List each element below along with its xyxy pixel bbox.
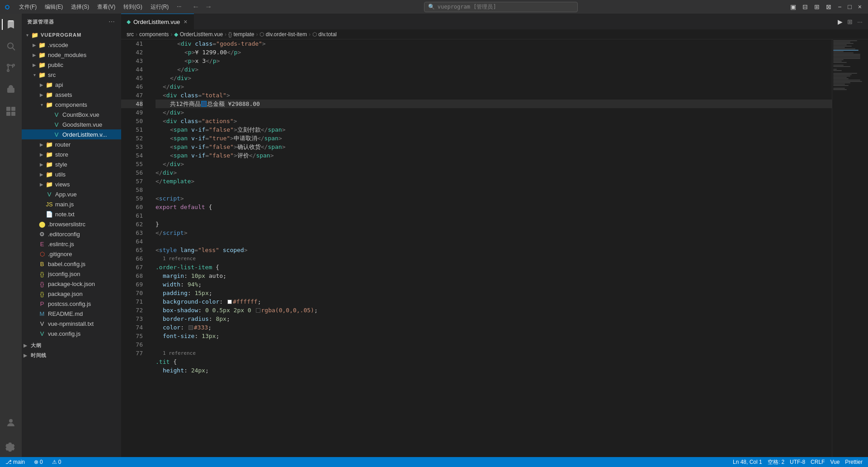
code-line-52: <span v-if="true" > 申请取消 </span> <box>156 134 832 143</box>
sidebar-item-vuenpminstall[interactable]: V vue-npminstall.txt <box>22 319 121 329</box>
win-close-button[interactable]: × <box>855 1 864 12</box>
ref-line-76: 1 reference <box>156 349 832 357</box>
sidebar-item-countbox[interactable]: V CountBox.vue <box>22 110 121 119</box>
sidebar-item-readme[interactable]: M README.md <box>22 309 121 319</box>
activity-account[interactable] <box>2 414 20 432</box>
more-actions-button[interactable]: ··· <box>855 16 864 27</box>
sidebar-item-api[interactable]: ▶ 📁 api <box>22 80 121 90</box>
sidebar-item-babelconfig[interactable]: B babel.config.js <box>22 259 121 269</box>
tab-bar: ◆ OrderListItem.vue × ▶ ⊞ ··· <box>121 14 868 29</box>
sidebar-item-gitignore[interactable]: ⬡ .gitignore <box>22 249 121 259</box>
status-warnings[interactable]: ⚠ 0 <box>50 459 63 465</box>
breadcrumb-order-list-item[interactable]: ⬡ div.order-list-item <box>259 31 307 38</box>
menu-file[interactable]: 文件(F) <box>15 2 40 12</box>
breadcrumb-total[interactable]: ⬡ div.total <box>312 31 337 38</box>
sidebar-item-src[interactable]: ▾ 📁 src <box>22 70 121 80</box>
sidebar-item-eslintrc[interactable]: E .eslintrc.js <box>22 239 121 249</box>
sidebar-item-editorconfig[interactable]: ⚙ .editorconfig <box>22 229 121 239</box>
sidebar-item-node-modules[interactable]: ▶ 📁 node_modules <box>22 50 121 60</box>
status-formatter[interactable]: Prettier <box>843 458 864 466</box>
sidebar-item-browserslistrc[interactable]: ⬤ .browserslistrc <box>22 219 121 229</box>
activity-search[interactable] <box>2 37 20 55</box>
layout-sidebar-button[interactable]: ⊟ <box>800 1 811 12</box>
sidebar-item-vscode[interactable]: ▶ 📁 .vscode <box>22 40 121 50</box>
sidebar-item-views[interactable]: ▶ 📁 views <box>22 179 121 189</box>
sidebar-item-notetxt[interactable]: 📄 note.txt <box>22 209 121 219</box>
breadcrumb-file[interactable]: ◆ OrderListItem.vue <box>174 31 223 38</box>
cursor-box <box>201 101 207 107</box>
nav-back-button[interactable]: ← <box>190 2 201 12</box>
tab-close-button[interactable]: × <box>183 19 188 25</box>
menu-select[interactable]: 选择(S) <box>67 2 93 12</box>
sidebar-item-packagelock[interactable]: {} package-lock.json <box>22 279 121 289</box>
code-editor[interactable]: 41 42 43 44 45 46 47 48 49 50 51 52 53 5… <box>121 39 868 457</box>
activity-explorer[interactable] <box>2 15 20 33</box>
code-content[interactable]: <div class="goods-trade" > <p> ¥ 1299.00… <box>148 39 832 457</box>
win-minimize-button[interactable]: − <box>835 1 844 12</box>
sidebar-item-mainjs[interactable]: JS main.js <box>22 199 121 209</box>
menu-goto[interactable]: 转到(G) <box>120 2 146 12</box>
win-restore-button[interactable]: □ <box>845 1 854 12</box>
code-line-54: <span v-if="false" > 评价 </span> <box>156 151 832 160</box>
code-line-53: <span v-if="false" > 确认收货 </span> <box>156 143 832 151</box>
sidebar-item-vueconfig[interactable]: V vue.config.js <box>22 329 121 338</box>
breadcrumb-src[interactable]: src <box>127 31 134 38</box>
sidebar-item-jsconfigjson[interactable]: {} jsconfig.json <box>22 269 121 279</box>
nav-buttons: ← → <box>190 2 214 12</box>
sidebar-item-orderlistitem[interactable]: V OrderListItem.v... <box>22 129 121 139</box>
sidebar-item-postcssconfig[interactable]: P postcss.config.js <box>22 299 121 309</box>
sidebar-item-goodsitem[interactable]: V GoodsItem.vue <box>22 119 121 129</box>
sidebar-item-components[interactable]: ▾ 📁 components <box>22 100 121 110</box>
code-line-45: </div> <box>156 74 832 82</box>
search-icon: 🔍 <box>428 4 435 10</box>
file-tree: ▾ 📁 VUEPROGRAM ▶ 📁 .vscode ▶ 📁 node_modu… <box>22 30 121 457</box>
activity-extensions[interactable] <box>2 102 20 120</box>
activity-debug[interactable] <box>2 81 20 99</box>
menu-view[interactable]: 查看(V) <box>94 2 119 12</box>
sidebar-item-utils[interactable]: ▶ 📁 utils <box>22 169 121 179</box>
search-input-wrap[interactable]: 🔍 vueprogram [管理员] <box>424 2 578 12</box>
status-language[interactable]: Vue <box>828 458 841 466</box>
status-line-ending[interactable]: CRLF <box>809 458 826 466</box>
menu-run[interactable]: 运行(R) <box>147 2 173 12</box>
editor-tab-orderlistitem[interactable]: ◆ OrderListItem.vue × <box>121 14 194 29</box>
activity-source-control[interactable] <box>2 59 20 77</box>
timeline-section-header[interactable]: ▶ 时间线 <box>22 350 121 360</box>
menu-more[interactable]: ··· <box>173 2 185 12</box>
activity-settings[interactable] <box>2 437 20 455</box>
sidebar-item-packagejson[interactable]: {} package.json <box>22 289 121 299</box>
breadcrumb-total-icon: ⬡ <box>312 31 318 38</box>
color-swatch-dark <box>189 325 193 330</box>
layout-panel-button[interactable]: ⊞ <box>811 1 822 12</box>
sidebar: 资源管理器 ⋯ ▾ 📁 VUEPROGRAM ▶ 📁 .vscode ▶ 📁 <box>22 14 121 457</box>
nav-forward-button[interactable]: → <box>203 2 214 12</box>
code-line-51: <span v-if="false" > 立刻付款 </span> <box>156 125 832 134</box>
run-button[interactable]: ▶ <box>836 16 844 27</box>
code-line-73: color : #333 ; <box>156 323 832 332</box>
sidebar-item-router[interactable]: ▶ 📁 router <box>22 139 121 149</box>
split-editor-button[interactable]: ⊞ <box>845 16 854 27</box>
sidebar-item-style[interactable]: ▶ 📁 style <box>22 159 121 169</box>
status-errors[interactable]: ⊗ 0 <box>32 459 45 465</box>
layout-toggle-button[interactable]: ▣ <box>788 1 799 12</box>
new-file-button[interactable]: ⋯ <box>108 17 116 26</box>
menu-edit[interactable]: 编辑(E) <box>41 2 66 12</box>
sidebar-item-public[interactable]: ▶ 📁 public <box>22 60 121 70</box>
breadcrumb-template[interactable]: {} template <box>228 31 254 38</box>
sidebar-item-assets[interactable]: ▶ 📁 assets <box>22 90 121 100</box>
folder-icon: 📁 <box>31 31 39 39</box>
sidebar-item-appvue[interactable]: V App.vue <box>22 189 121 199</box>
status-encoding[interactable]: UTF-8 <box>788 458 807 466</box>
breadcrumb-components[interactable]: components <box>139 31 169 38</box>
code-line-71: box-shadow : 0 0.5px 2px 0 rgba(0,0,0,.0… <box>156 306 832 315</box>
status-line-col[interactable]: Ln 48, Col 1 <box>731 458 764 466</box>
status-branch[interactable]: ⎇ main <box>4 459 27 465</box>
code-line-58 <box>156 186 832 194</box>
layout-activity-button[interactable]: ⊠ <box>823 1 834 12</box>
tree-project-root[interactable]: ▾ 📁 VUEPROGRAM <box>22 30 121 40</box>
status-spaces[interactable]: 空格: 2 <box>766 458 786 466</box>
sidebar-item-store[interactable]: ▶ 📁 store <box>22 149 121 159</box>
outline-section-header[interactable]: ▶ 大纲 <box>22 340 121 350</box>
svg-point-4 <box>13 64 14 66</box>
svg-rect-6 <box>6 107 10 111</box>
